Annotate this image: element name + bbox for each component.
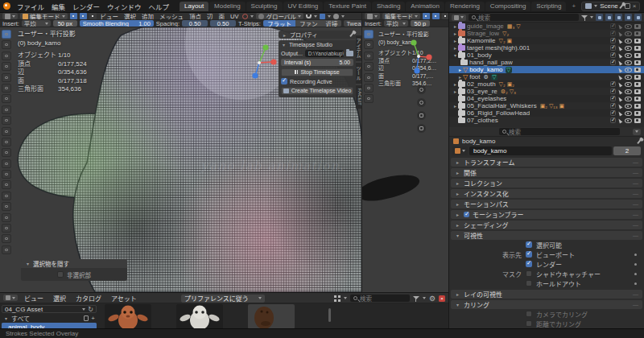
move-gizmo[interactable] [401, 34, 436, 79]
camera-icon[interactable] [634, 24, 641, 29]
tool-extrude[interactable] [2, 116, 11, 125]
timelapse-panel-header[interactable]: ▾ Timelapse Studio [281, 42, 353, 47]
exclude-checkbox[interactable] [610, 89, 616, 94]
outliner-search-input[interactable]: 検索 [469, 14, 579, 21]
section-collections[interactable]: ▸コレクション— [451, 179, 642, 188]
import-method-dropdown[interactable]: プリファレンスに従う [181, 295, 265, 303]
exclude-checkbox[interactable] [610, 117, 616, 123]
tool-annotate[interactable] [364, 94, 374, 103]
catalog-all-row[interactable]: ▾ すべて + [2, 315, 97, 322]
eye-icon[interactable] [625, 39, 632, 43]
tool-annotate[interactable] [2, 94, 11, 103]
tool-poly-build[interactable] [2, 170, 11, 179]
outliner-row-body-kamo[interactable]: ▸ ▽ body_kamo ▽ [449, 66, 644, 73]
tool-edge-slide[interactable] [2, 202, 11, 211]
eye-icon[interactable] [625, 82, 632, 87]
brush-size-field[interactable]: 50 p [411, 20, 430, 27]
library-dropdown[interactable]: 04_CG Asset ↻ [2, 305, 97, 313]
tool-cursor[interactable] [364, 40, 374, 49]
selectable-checkbox[interactable] [526, 241, 532, 248]
shadow-catcher-checkbox[interactable] [526, 270, 532, 277]
move-gizmo[interactable] [246, 40, 279, 82]
menu-mesh[interactable]: メッシュ [158, 13, 185, 20]
camera-view-icon[interactable] [417, 111, 426, 120]
tab-layout[interactable]: Layout [180, 2, 208, 11]
expand-icon[interactable]: ▸ [457, 67, 463, 72]
eye-icon[interactable] [625, 97, 632, 101]
camera-icon[interactable] [634, 104, 641, 109]
camera-icon[interactable] [634, 111, 641, 116]
exclude-checkbox[interactable] [610, 31, 616, 36]
eye-icon[interactable] [625, 75, 632, 80]
expand-icon[interactable]: ▸ [452, 38, 458, 43]
camera-icon[interactable] [634, 31, 641, 36]
stop-timelapse-button[interactable]: Stop Timelapse [281, 68, 353, 76]
selectable-icon[interactable] [617, 89, 623, 94]
filter-icon[interactable] [581, 14, 588, 21]
distance-culling-checkbox[interactable] [526, 320, 532, 327]
exclude-checkbox[interactable] [610, 52, 616, 58]
camera-icon[interactable] [634, 75, 641, 80]
gear-icon[interactable]: ⚙ [429, 295, 436, 303]
tab-scripting[interactable]: Scripting [531, 2, 566, 11]
tstrips-flat-button[interactable]: フラット [263, 20, 295, 27]
pin-icon[interactable] [619, 4, 623, 9]
output-path-field[interactable]: D:\Yano\abkup\ana_... [305, 50, 344, 57]
insert-dropdown[interactable]: 平均 [22, 20, 51, 27]
menu-help[interactable]: ヘルプ [146, 2, 173, 11]
camera-culling-checkbox[interactable] [526, 311, 532, 317]
exclude-checkbox[interactable] [610, 81, 616, 87]
exclude-checkbox[interactable] [610, 110, 616, 116]
overlays-icon[interactable] [333, 14, 339, 19]
vertex-select-mode-button[interactable] [70, 13, 77, 19]
exclude-checkbox[interactable] [610, 60, 616, 65]
eye-icon[interactable] [625, 46, 632, 51]
camera-icon[interactable] [634, 53, 641, 58]
operator-panel-header[interactable]: ▾ 選択物を隠す [21, 259, 127, 268]
pin-icon[interactable] [637, 139, 641, 144]
users-count-badge[interactable]: 2 [613, 146, 641, 155]
toggle-selectable-column[interactable] [605, 14, 613, 21]
tab-shading[interactable]: Shading [372, 2, 405, 11]
create-timelapse-video-button[interactable]: Create Timelapse Video [281, 87, 353, 95]
exclude-checkbox[interactable] [610, 23, 616, 29]
transform-orientation-dropdown[interactable]: グローバル [256, 13, 303, 19]
scrollbar[interactable] [328, 308, 331, 322]
menu-add[interactable]: 追加 [140, 13, 155, 20]
eye-icon[interactable] [625, 111, 632, 116]
selectable-icon[interactable] [617, 117, 623, 123]
menu-view[interactable]: ビュー [99, 13, 121, 20]
section-transform[interactable]: ▸トランスフォーム— [451, 158, 642, 167]
tool-rotate[interactable] [2, 62, 11, 71]
viewport-canvas[interactable]: yano lab animation. [0, 27, 361, 292]
selectable-icon[interactable] [617, 23, 623, 29]
refresh-icon[interactable]: ↻ [88, 306, 93, 313]
filter-dropdown[interactable] [633, 129, 641, 135]
pan-hand-icon[interactable] [417, 98, 426, 107]
asset-thumbnail-1[interactable] [105, 304, 151, 329]
tool-rip-edge[interactable] [2, 245, 11, 254]
insert-dropdown[interactable]: 平均 [384, 20, 408, 27]
camera-icon[interactable] [634, 46, 641, 51]
unselected-checkbox[interactable] [57, 271, 64, 278]
section-motion-paths[interactable]: ▸モーションパス— [451, 200, 642, 209]
camera-icon[interactable] [634, 39, 641, 43]
tool-transform[interactable] [2, 84, 11, 93]
toggle-viewport-column[interactable] [615, 14, 622, 21]
section-shading[interactable]: ▸シェーディング— [451, 221, 642, 230]
renders-checkbox[interactable] [526, 261, 532, 267]
section-ray-visibility[interactable]: ▸レイの可視性— [451, 290, 642, 299]
tab-item[interactable]: アイテム [356, 35, 361, 61]
eye-icon[interactable] [625, 68, 632, 72]
menu-uv[interactable]: UV [229, 13, 240, 20]
edge-select-mode-button[interactable] [80, 13, 87, 19]
proportional-editing-icon[interactable] [242, 14, 248, 19]
tool-scale[interactable] [364, 73, 374, 82]
add-workspace-button[interactable]: + [567, 2, 580, 11]
grid-view-icon[interactable] [334, 295, 341, 302]
eye-icon[interactable] [625, 89, 632, 94]
tab-modeling[interactable]: Modeling [209, 2, 245, 11]
zoom-icon[interactable] [417, 85, 426, 94]
menu-vertex[interactable]: 頂点 [188, 13, 203, 20]
toggle-holdout-column[interactable] [634, 14, 642, 21]
